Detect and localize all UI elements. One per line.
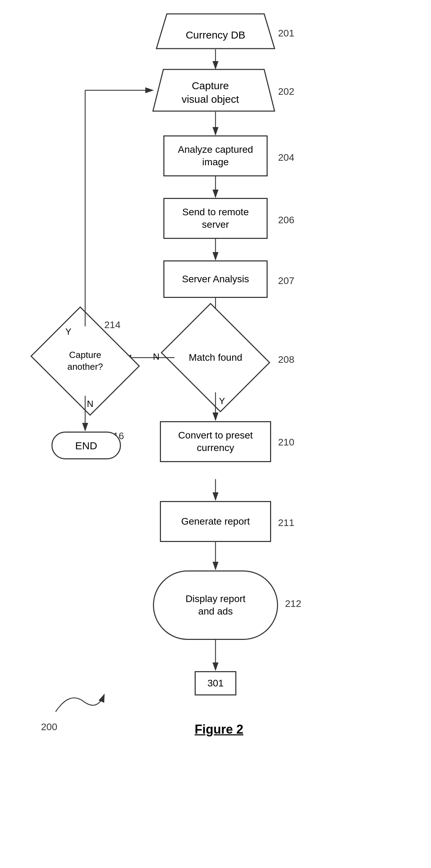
ref-212: 212 [285, 598, 301, 609]
generate-report-node: Generate report [160, 501, 271, 542]
send-remote-node: Send to remote server [163, 198, 268, 239]
terminal-301-node: 301 [195, 671, 236, 695]
diagram-container: Currency DB 201 Capture visual object 20… [0, 0, 431, 868]
ref-206: 206 [278, 215, 294, 226]
fig-200-ref: 200 [41, 721, 57, 733]
capture-visual-label: Capture visual object [156, 74, 264, 111]
capture-another-y-label: Y [65, 326, 71, 337]
ref-210: 210 [278, 437, 294, 448]
match-found-n-label: N [153, 351, 160, 362]
capture-another-n-label: N [87, 399, 93, 409]
match-found-y-label: Y [219, 396, 225, 407]
display-report-node: Display report and ads [153, 570, 278, 640]
ref-214: 214 [104, 319, 121, 331]
server-analysis-node: Server Analysis [163, 260, 268, 298]
convert-preset-node: Convert to preset currency [160, 421, 271, 462]
currency-db-label: Currency DB [167, 19, 264, 50]
ref-207: 207 [278, 275, 294, 286]
figure-label: Figure 2 [156, 722, 282, 737]
capture-another-label: Capture another? [45, 343, 125, 379]
analyze-captured-node: Analyze captured image [163, 135, 268, 176]
end-node: END [51, 432, 121, 459]
ref-208: 208 [278, 354, 294, 365]
match-found-label: Match found [181, 340, 250, 375]
ref-202: 202 [278, 86, 294, 97]
ref-204: 204 [278, 152, 294, 163]
ref-201: 201 [278, 28, 294, 39]
ref-211: 211 [278, 517, 294, 528]
